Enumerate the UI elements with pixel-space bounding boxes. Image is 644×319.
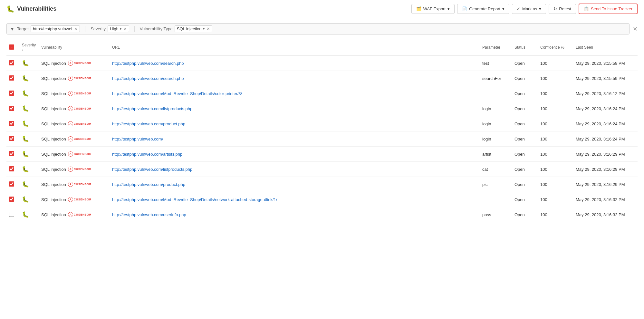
url-cell[interactable]: http://testphp.vulnweb.com/search.php bbox=[110, 55, 480, 71]
url-cell[interactable]: http://testphp.vulnweb.com/ bbox=[110, 131, 480, 147]
app-header: 🐛 Vulnerabilities 🗂️ WAF Export ▾ 📄 Gene… bbox=[0, 0, 644, 18]
url-cell[interactable]: http://testphp.vulnweb.com/Mod_Rewrite_S… bbox=[110, 192, 480, 207]
confidence-cell: 100 bbox=[538, 192, 573, 207]
row-checkbox-cell[interactable] bbox=[6, 162, 19, 177]
header-select-all[interactable]: − bbox=[6, 40, 19, 55]
severity-sort-arrow[interactable]: ↓ bbox=[22, 48, 24, 52]
filter-separator-2 bbox=[134, 26, 135, 32]
target-filter-close[interactable]: ✕ bbox=[74, 26, 78, 31]
parameter-cell: cat bbox=[480, 162, 512, 177]
vulnerabilities-table-container: − Severity ↓ Vulnerability URL Parameter bbox=[0, 40, 644, 222]
url-link[interactable]: http://testphp.vulnweb.com/artists.php bbox=[112, 152, 182, 157]
url-link[interactable]: http://testphp.vulnweb.com/search.php bbox=[112, 76, 184, 81]
generate-report-button[interactable]: 📄 Generate Report ▾ bbox=[457, 4, 509, 14]
url-link[interactable]: http://testphp.vulnweb.com/userinfo.php bbox=[112, 212, 186, 217]
url-cell[interactable]: http://testphp.vulnweb.com/product.php bbox=[110, 177, 480, 192]
mark-as-label: Mark as bbox=[522, 6, 537, 11]
row-checkbox-cell[interactable] bbox=[6, 147, 19, 162]
row-checkbox-cell[interactable] bbox=[6, 177, 19, 192]
url-cell[interactable]: http://testphp.vulnweb.com/product.php bbox=[110, 116, 480, 131]
waf-export-button[interactable]: 🗂️ WAF Export ▾ bbox=[411, 4, 455, 14]
row-checkbox-cell[interactable] bbox=[6, 116, 19, 131]
acusensor-badge: A CUSENSOR bbox=[68, 182, 91, 187]
row-checkbox-cell[interactable] bbox=[6, 55, 19, 71]
row-checkbox[interactable] bbox=[9, 60, 14, 65]
severity-filter-close[interactable]: ✕ bbox=[123, 26, 127, 31]
table-row: 🐛 SQL injection A CUSENSOR http://testph… bbox=[6, 207, 638, 222]
confidence-cell: 100 bbox=[538, 162, 573, 177]
row-checkbox[interactable] bbox=[9, 181, 14, 187]
row-checkbox[interactable] bbox=[9, 212, 14, 217]
row-checkbox-cell[interactable] bbox=[6, 131, 19, 147]
url-link[interactable]: http://testphp.vulnweb.com/product.php bbox=[112, 182, 185, 187]
row-checkbox[interactable] bbox=[9, 166, 14, 171]
url-cell[interactable]: http://testphp.vulnweb.com/artists.php bbox=[110, 147, 480, 162]
vuln-type-filter-close[interactable]: ✕ bbox=[207, 26, 210, 31]
severity-dropdown-arrow[interactable]: ▾ bbox=[120, 27, 121, 31]
lastseen-cell: May 29, 2020, 3:16:12 PM bbox=[573, 86, 638, 101]
row-checkbox[interactable] bbox=[9, 197, 14, 202]
row-checkbox-cell[interactable] bbox=[6, 101, 19, 116]
url-link[interactable]: http://testphp.vulnweb.com/listproducts.… bbox=[112, 167, 192, 172]
url-cell[interactable]: http://testphp.vulnweb.com/Mod_Rewrite_S… bbox=[110, 86, 480, 101]
acusensor-badge: A CUSENSOR bbox=[68, 212, 91, 217]
vulnerability-name: SQL injection bbox=[41, 76, 66, 81]
row-checkbox[interactable] bbox=[9, 91, 14, 96]
row-checkbox[interactable] bbox=[9, 121, 14, 126]
severity-cell: 🐛 bbox=[19, 131, 39, 147]
url-cell[interactable]: http://testphp.vulnweb.com/userinfo.php bbox=[110, 207, 480, 222]
row-checkbox-cell[interactable] bbox=[6, 207, 19, 222]
row-checkbox[interactable] bbox=[9, 136, 14, 141]
parameter-cell: pass bbox=[480, 207, 512, 222]
acusensor-text: CUSENSOR bbox=[74, 137, 91, 140]
bug-icon: 🐛 bbox=[6, 5, 14, 13]
vulnerability-cell: SQL injection A CUSENSOR bbox=[39, 55, 110, 71]
send-to-issue-tracker-button[interactable]: 📋 Send To Issue Tracker bbox=[579, 4, 638, 14]
url-link[interactable]: http://testphp.vulnweb.com/Mod_Rewrite_S… bbox=[112, 197, 277, 202]
severity-bug-icon: 🐛 bbox=[22, 181, 36, 188]
vuln-type-filter-label: Vulnerability Type bbox=[140, 26, 173, 31]
severity-cell: 🐛 bbox=[19, 177, 39, 192]
acusensor-badge: A CUSENSOR bbox=[68, 197, 91, 202]
confidence-cell: 100 bbox=[538, 55, 573, 71]
row-checkbox-cell[interactable] bbox=[6, 86, 19, 101]
row-checkbox-cell[interactable] bbox=[6, 71, 19, 86]
mark-as-button[interactable]: ✓ Mark as ▾ bbox=[512, 4, 546, 14]
target-filter-value-container: http://testphp.vulnwel ✕ bbox=[31, 25, 80, 32]
url-link[interactable]: http://testphp.vulnweb.com/ bbox=[112, 137, 163, 141]
filter-separator-1 bbox=[85, 26, 85, 32]
vuln-type-dropdown-arrow[interactable]: ▾ bbox=[203, 27, 205, 31]
retest-button[interactable]: ↻ Retest bbox=[549, 4, 576, 14]
row-checkbox[interactable] bbox=[9, 75, 14, 81]
table-row: 🐛 SQL injection A CUSENSOR http://testph… bbox=[6, 116, 638, 131]
status-value: Open bbox=[514, 76, 525, 81]
url-link[interactable]: http://testphp.vulnweb.com/product.php bbox=[112, 121, 185, 126]
confidence-cell: 100 bbox=[538, 86, 573, 101]
acusensor-circle: A bbox=[68, 76, 73, 81]
parameter-cell: test bbox=[480, 55, 512, 71]
generate-report-arrow: ▾ bbox=[502, 6, 505, 11]
url-link[interactable]: http://testphp.vulnweb.com/Mod_Rewrite_S… bbox=[112, 91, 242, 96]
filter-icon: ▼ bbox=[10, 26, 14, 32]
url-link[interactable]: http://testphp.vulnweb.com/search.php bbox=[112, 61, 184, 66]
generate-report-label: Generate Report bbox=[469, 6, 500, 11]
acusensor-badge: A CUSENSOR bbox=[68, 61, 91, 66]
vulnerability-cell: SQL injection A CUSENSOR bbox=[39, 71, 110, 86]
url-link[interactable]: http://testphp.vulnweb.com/listproducts.… bbox=[112, 106, 192, 111]
url-cell[interactable]: http://testphp.vulnweb.com/listproducts.… bbox=[110, 162, 480, 177]
url-cell[interactable]: http://testphp.vulnweb.com/listproducts.… bbox=[110, 101, 480, 116]
vulnerability-name: SQL injection bbox=[41, 121, 66, 126]
row-checkbox-cell[interactable] bbox=[6, 192, 19, 207]
header-vulnerability: Vulnerability bbox=[39, 40, 110, 55]
waf-export-icon: 🗂️ bbox=[416, 6, 421, 11]
waf-export-arrow: ▾ bbox=[447, 6, 450, 11]
filter-clear-all[interactable]: ✕ bbox=[633, 25, 638, 33]
vulnerability-cell: SQL injection A CUSENSOR bbox=[39, 116, 110, 131]
row-checkbox[interactable] bbox=[9, 106, 14, 111]
url-cell[interactable]: http://testphp.vulnweb.com/search.php bbox=[110, 71, 480, 86]
lastseen-cell: May 29, 2020, 3:16:32 PM bbox=[573, 207, 638, 222]
status-cell: Open bbox=[512, 177, 538, 192]
confidence-cell: 100 bbox=[538, 71, 573, 86]
row-checkbox[interactable] bbox=[9, 151, 14, 156]
vulnerabilities-table: − Severity ↓ Vulnerability URL Parameter bbox=[6, 40, 638, 222]
